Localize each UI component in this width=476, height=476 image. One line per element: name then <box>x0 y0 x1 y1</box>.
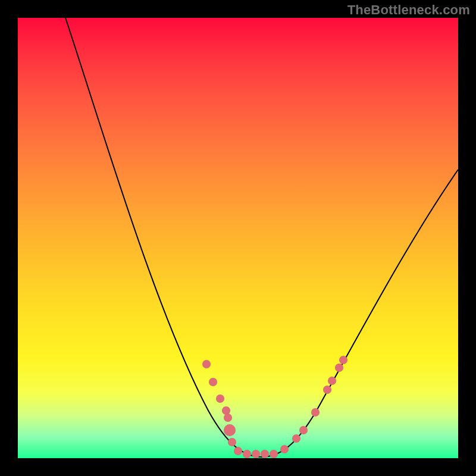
watermark-text: TheBottleneck.com <box>347 2 470 18</box>
chart-curve <box>65 18 458 457</box>
chart-marker <box>339 356 347 364</box>
chart-marker <box>252 450 260 458</box>
chart-svg <box>18 18 458 458</box>
chart-plot-area <box>18 18 458 458</box>
chart-marker <box>335 364 343 372</box>
chart-marker <box>261 450 269 458</box>
chart-marker <box>222 406 230 415</box>
chart-marker <box>202 360 211 368</box>
chart-marker <box>209 378 217 386</box>
chart-marker <box>270 450 278 458</box>
chart-marker <box>292 434 300 443</box>
chart-marker <box>323 386 331 394</box>
chart-marker <box>280 445 289 453</box>
chart-marker <box>234 447 242 455</box>
chart-marker <box>243 450 251 458</box>
chart-marker <box>311 408 320 416</box>
chart-marker <box>216 394 224 403</box>
chart-marker <box>299 426 308 434</box>
chart-marker <box>328 377 336 385</box>
chart-markers <box>202 356 347 458</box>
chart-marker <box>224 414 232 422</box>
chart-marker <box>228 438 236 446</box>
chart-marker <box>224 424 236 436</box>
chart-frame: TheBottleneck.com <box>0 0 476 476</box>
